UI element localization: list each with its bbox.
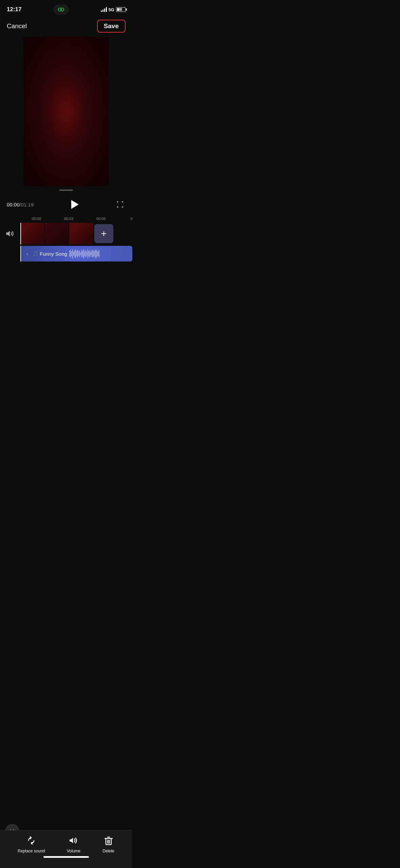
battery-icon: 21 [116, 7, 126, 12]
svg-marker-2 [6, 231, 9, 236]
signal-bars [101, 7, 107, 12]
video-thumb-2 [45, 223, 69, 245]
fullscreen-icon [116, 200, 124, 209]
video-track-row: + [0, 223, 132, 245]
ruler-mark-3: 00: [117, 217, 132, 221]
total-time: 01:19 [21, 202, 34, 207]
audio-track-name: Funny Song [40, 251, 67, 257]
video-thumb-3 [69, 223, 93, 245]
play-icon [71, 200, 79, 209]
save-button[interactable]: Save [97, 20, 126, 33]
playback-row: 00:00/01:19 [0, 194, 132, 215]
network-type: 5G [109, 7, 114, 12]
audio-playhead [20, 246, 21, 261]
app-icon [57, 6, 65, 13]
audio-track-row: ‹ 🎵 Funny Song [0, 246, 132, 261]
add-clip-button[interactable]: + [94, 224, 113, 243]
dynamic-island [53, 4, 69, 15]
battery: 21 [116, 7, 126, 12]
ruler-mark-2: 00:06 [85, 217, 117, 221]
status-bar: 12:17 5G 21 [0, 0, 132, 17]
timeline-section: 00:00 00:03 00:06 00: + ‹ 🎵 [0, 215, 132, 289]
audio-track[interactable]: ‹ 🎵 Funny Song [20, 246, 132, 261]
audio-track-handle: ‹ [23, 246, 31, 261]
audio-waveform [69, 249, 130, 259]
fullscreen-button[interactable] [115, 199, 126, 210]
battery-level: 21 [119, 8, 122, 11]
add-clip-icon: + [101, 229, 107, 238]
volume-icon [5, 229, 15, 238]
volume-icon-area [0, 229, 20, 238]
scrubber-indicator [59, 189, 73, 191]
video-thumb-1 [20, 223, 44, 245]
cancel-button[interactable]: Cancel [7, 22, 27, 30]
video-track: + [20, 223, 132, 245]
status-right: 5G 21 [101, 7, 126, 12]
play-button[interactable] [67, 197, 82, 212]
ruler-mark-0: 00:00 [20, 217, 53, 221]
status-time: 12:17 [7, 6, 21, 13]
time-display: 00:00/01:19 [7, 202, 34, 207]
audio-note-icon: 🎵 [33, 251, 38, 256]
header: Cancel Save [0, 17, 132, 37]
timeline-empty [0, 261, 132, 289]
timeline-ruler: 00:00 00:03 00:06 00: [0, 215, 132, 223]
ruler-mark-1: 00:03 [53, 217, 85, 221]
playhead [20, 223, 21, 245]
current-time: 00:00 [7, 202, 20, 207]
video-preview [24, 37, 109, 186]
